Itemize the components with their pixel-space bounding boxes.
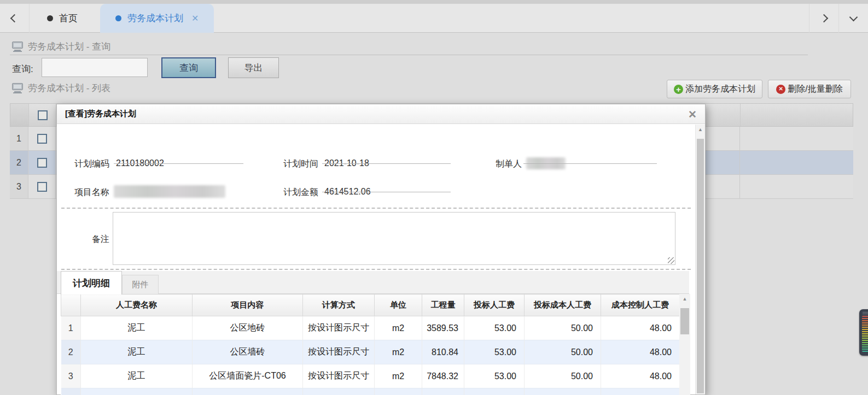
project-name-value-redacted [114,185,225,198]
dialog-body: 计划编码 2110180002 计划时间 2021-10-18 制单人 项目名称… [57,125,705,394]
detail-row[interactable]: 1 泥工 公区地砖 按设计图示尺寸 m2 3589.53 53.00 50.00… [61,316,680,340]
scroll-up-icon[interactable]: ▲ [679,294,690,304]
grip-icon [863,312,868,313]
dashed-divider [61,208,691,209]
detail-row[interactable]: 3 泥工 公区墙面瓷片-CT06 按设计图示尺寸 m2 7848.32 53.0… [61,364,680,388]
dialog-titlebar: [查看]劳务成本计划 ✕ [57,104,705,124]
dialog-scrollbar[interactable]: ▲ [695,125,705,394]
scrollbar-thumb[interactable] [697,139,704,393]
col-method[interactable]: 计算方式 [303,294,375,316]
col-fee-name[interactable]: 人工费名称 [81,294,193,316]
edge-extension-widget[interactable] [859,309,868,356]
color-stripes-icon [862,316,868,352]
tab-attachments[interactable]: 附件 [122,275,159,294]
col-cost-control-labor[interactable]: 成本控制人工费 [601,294,680,316]
detail-row[interactable]: 2 泥工 公区墙砖 按设计图示尺寸 m2 810.84 53.00 50.00 … [61,340,680,364]
plan-date-label: 计划时间 [277,158,318,170]
detail-header-row: 人工费名称 项目内容 计算方式 单位 工程量 投标人工费 投标成本人工费 成本控… [61,294,680,316]
view-plan-dialog: [查看]劳务成本计划 ✕ 计划编码 2110180002 计划时间 2021-1… [56,104,706,395]
col-content[interactable]: 项目内容 [193,294,303,316]
plan-detail-table: 人工费名称 项目内容 计算方式 单位 工程量 投标人工费 投标成本人工费 成本控… [61,294,680,395]
scrollbar-thumb[interactable] [680,308,689,334]
detail-table-scrollbar[interactable]: ▲ [679,294,690,395]
dialog-title: [查看]劳务成本计划 [65,109,136,119]
col-bid-labor[interactable]: 投标人工费 [464,294,525,316]
plan-amount-label: 计划金额 [277,187,318,198]
creator-label: 制单人 [478,158,522,170]
remarks-textarea[interactable] [113,212,675,265]
remarks-label: 备注 [89,234,109,245]
col-unit[interactable]: 单位 [375,294,422,316]
dialog-close-icon[interactable]: ✕ [686,108,698,120]
scroll-up-icon[interactable]: ▲ [696,125,705,134]
plan-code-label: 计划编码 [65,158,109,170]
app-window: 首页 劳务成本计划 ✕ 劳务成本计划 - 查询 查询: 查询 导出 劳务成本计划… [0,0,868,395]
textarea-resize-handle[interactable] [668,257,674,264]
dashed-divider [61,269,691,270]
tab-plan-detail[interactable]: 计划明细 [61,271,122,294]
detail-row[interactable]: 4 泥工 公区地砖波打线 按设计图示尺寸 m2 181.91 53.00 65.… [61,388,680,395]
project-name-label: 项目名称 [65,187,109,198]
col-bid-cost-labor[interactable]: 投标成本人工费 [525,294,601,316]
col-quantity[interactable]: 工程量 [422,294,464,316]
